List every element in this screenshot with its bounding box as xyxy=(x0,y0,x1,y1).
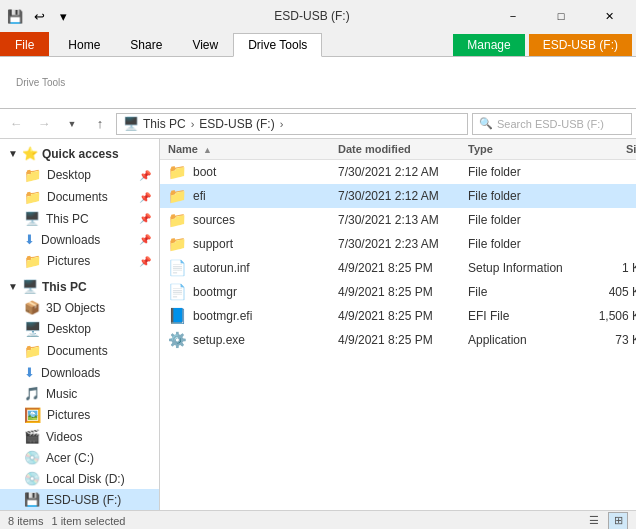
file-date-cell: 7/30/2021 2:12 AM xyxy=(338,165,468,179)
pin-icon: 📌 xyxy=(139,234,151,245)
col-header-date[interactable]: Date modified xyxy=(338,143,468,155)
col-header-size[interactable]: Size xyxy=(578,143,636,155)
quick-save-btn[interactable]: 💾 xyxy=(4,5,26,27)
sidebar-section-quick-access: ▼ ⭐ Quick access 📁 Desktop 📌 📁 Documents… xyxy=(0,143,159,272)
sidebar-item-downloads[interactable]: ⬇ Downloads 📌 xyxy=(0,229,159,250)
sidebar-item-pictures2[interactable]: 🖼️ Pictures xyxy=(0,404,159,426)
breadcrumb-esd[interactable]: ESD-USB (F:) xyxy=(199,117,274,131)
address-bar: ← → ▼ ↑ 🖥️ This PC › ESD-USB (F:) › 🔍 Se… xyxy=(0,109,636,139)
file-type-cell: File folder xyxy=(468,189,578,203)
back-button[interactable]: ← xyxy=(4,112,28,136)
details-view-btn[interactable]: ☰ xyxy=(584,512,604,530)
file-date-cell: 7/30/2021 2:23 AM xyxy=(338,237,468,251)
tab-share[interactable]: Share xyxy=(115,32,177,56)
sidebar-item-label: Local Disk (D:) xyxy=(46,472,125,486)
file-name-label: bootmgr xyxy=(193,285,237,299)
ribbon-content: Drive Tools xyxy=(8,77,73,88)
file-type-cell: File folder xyxy=(468,213,578,227)
sidebar-item-label: Acer (C:) xyxy=(46,451,94,465)
col-header-type[interactable]: Type xyxy=(468,143,578,155)
address-path[interactable]: 🖥️ This PC › ESD-USB (F:) › xyxy=(116,113,468,135)
desktop-icon: 🖥️ xyxy=(24,321,41,337)
quick-dropdown-btn[interactable]: ▾ xyxy=(52,5,74,27)
file-size-cell: 1,506 KB xyxy=(578,309,636,323)
sidebar-item-label: This PC xyxy=(46,212,89,226)
sidebar-item-music[interactable]: 🎵 Music xyxy=(0,383,159,404)
col-header-name[interactable]: Name ▲ xyxy=(168,143,338,155)
ribbon-toolbar: Drive Tools xyxy=(0,57,636,109)
recent-button[interactable]: ▼ xyxy=(60,112,84,136)
drive-icon2: 💿 xyxy=(24,471,40,486)
sidebar-item-esdf[interactable]: 💾 ESD-USB (F:) xyxy=(0,489,159,510)
file-name-label: sources xyxy=(193,213,235,227)
table-row[interactable]: 📄 bootmgr 4/9/2021 8:25 PM File 405 KB xyxy=(160,280,636,304)
forward-button[interactable]: → xyxy=(32,112,56,136)
file-date-cell: 4/9/2021 8:25 PM xyxy=(338,285,468,299)
sidebar-item-acerc[interactable]: 💿 Acer (C:) xyxy=(0,447,159,468)
sidebar-quick-access-header[interactable]: ▼ ⭐ Quick access xyxy=(0,143,159,164)
sidebar-item-label: Pictures xyxy=(47,408,90,422)
sidebar-item-label: Documents xyxy=(47,190,108,204)
file-size-cell: 73 KB xyxy=(578,333,636,347)
tab-manage[interactable]: Manage xyxy=(453,34,524,56)
search-box[interactable]: 🔍 Search ESD-USB (F:) xyxy=(472,113,632,135)
file-type-cell: File folder xyxy=(468,237,578,251)
tab-file[interactable]: File xyxy=(0,32,49,56)
pc-icon2: 🖥️ xyxy=(22,279,38,294)
maximize-button[interactable]: □ xyxy=(538,2,584,30)
file-name-cell: 📁 support xyxy=(168,235,338,253)
file-name-label: bootmgr.efi xyxy=(193,309,252,323)
sidebar-item-label: Desktop xyxy=(47,168,91,182)
sidebar-item-label: 3D Objects xyxy=(46,301,105,315)
chevron-icon: ▼ xyxy=(8,148,18,159)
sidebar-item-desktop[interactable]: 📁 Desktop 📌 xyxy=(0,164,159,186)
table-row[interactable]: 📁 boot 7/30/2021 2:12 AM File folder xyxy=(160,160,636,184)
table-row[interactable]: 📄 autorun.inf 4/9/2021 8:25 PM Setup Inf… xyxy=(160,256,636,280)
up-button[interactable]: ↑ xyxy=(88,112,112,136)
minimize-button[interactable]: − xyxy=(490,2,536,30)
drive-icon: 💿 xyxy=(24,450,40,465)
title-bar: 💾 ↩ ▾ ESD-USB (F:) − □ ✕ xyxy=(0,0,636,32)
table-row[interactable]: 📁 support 7/30/2021 2:23 AM File folder xyxy=(160,232,636,256)
window-title: ESD-USB (F:) xyxy=(74,9,490,23)
tab-view[interactable]: View xyxy=(177,32,233,56)
sidebar-item-label: Desktop xyxy=(47,322,91,336)
sidebar-item-3dobjects[interactable]: 📦 3D Objects xyxy=(0,297,159,318)
pin-icon: 📌 xyxy=(139,192,151,203)
sidebar-item-thispc[interactable]: 🖥️ This PC 📌 xyxy=(0,208,159,229)
file-icon: 📁 xyxy=(168,235,187,253)
search-placeholder: Search ESD-USB (F:) xyxy=(497,118,604,130)
breadcrumb-thispc[interactable]: This PC xyxy=(143,117,186,131)
file-name-label: autorun.inf xyxy=(193,261,250,275)
sidebar-item-desktop2[interactable]: 🖥️ Desktop xyxy=(0,318,159,340)
table-row[interactable]: 📁 sources 7/30/2021 2:13 AM File folder xyxy=(160,208,636,232)
pin-icon: 📌 xyxy=(139,170,151,181)
file-list: 📁 boot 7/30/2021 2:12 AM File folder 📁 e… xyxy=(160,160,636,510)
sidebar-item-pictures[interactable]: 📁 Pictures 📌 xyxy=(0,250,159,272)
tab-home[interactable]: Home xyxy=(53,32,115,56)
tab-esd-usb[interactable]: ESD-USB (F:) xyxy=(529,34,632,56)
sidebar-item-documents[interactable]: 📁 Documents 📌 xyxy=(0,186,159,208)
sidebar-item-label: ESD-USB (F:) xyxy=(46,493,121,507)
quick-access-label: Quick access xyxy=(42,147,119,161)
file-name-cell: 📁 sources xyxy=(168,211,338,229)
quick-undo-btn[interactable]: ↩ xyxy=(28,5,50,27)
sidebar-item-videos[interactable]: 🎬 Videos xyxy=(0,426,159,447)
file-type-cell: File xyxy=(468,285,578,299)
sidebar-item-documents2[interactable]: 📁 Documents xyxy=(0,340,159,362)
sidebar-thispc-header[interactable]: ▼ 🖥️ This PC xyxy=(0,276,159,297)
table-row[interactable]: ⚙️ setup.exe 4/9/2021 8:25 PM Applicatio… xyxy=(160,328,636,352)
view-controls: ☰ ⊞ xyxy=(584,512,628,530)
file-name-cell: 📘 bootmgr.efi xyxy=(168,307,338,325)
close-button[interactable]: ✕ xyxy=(586,2,632,30)
sidebar-item-label: Downloads xyxy=(41,233,100,247)
table-row[interactable]: 📁 efi 7/30/2021 2:12 AM File folder xyxy=(160,184,636,208)
thispc-label: This PC xyxy=(42,280,87,294)
tab-drivetools[interactable]: Drive Tools xyxy=(233,33,322,57)
table-row[interactable]: 📘 bootmgr.efi 4/9/2021 8:25 PM EFI File … xyxy=(160,304,636,328)
sidebar-item-downloads2[interactable]: ⬇ Downloads xyxy=(0,362,159,383)
sidebar-item-locald[interactable]: 💿 Local Disk (D:) xyxy=(0,468,159,489)
list-view-btn[interactable]: ⊞ xyxy=(608,512,628,530)
video-icon: 🎬 xyxy=(24,429,40,444)
column-headers: Name ▲ Date modified Type Size xyxy=(160,139,636,160)
